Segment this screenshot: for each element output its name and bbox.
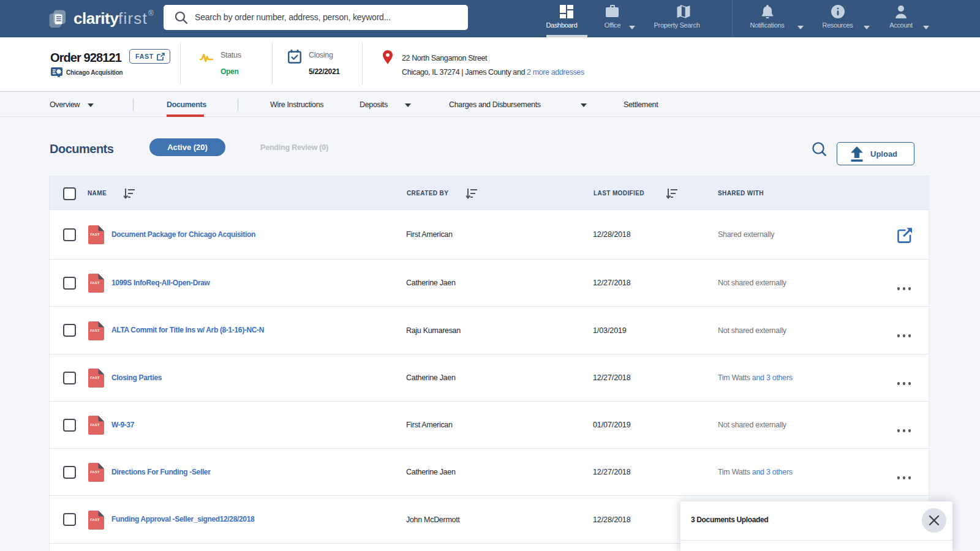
svg-text:FAST: FAST xyxy=(90,470,100,474)
svg-text:FAST: FAST xyxy=(90,517,100,521)
svg-text:FAST: FAST xyxy=(90,281,100,285)
svg-text:FAST: FAST xyxy=(90,376,100,380)
svg-text:FAST: FAST xyxy=(90,423,100,427)
svg-text:FAST: FAST xyxy=(90,328,100,332)
svg-text:FAST: FAST xyxy=(90,233,100,236)
